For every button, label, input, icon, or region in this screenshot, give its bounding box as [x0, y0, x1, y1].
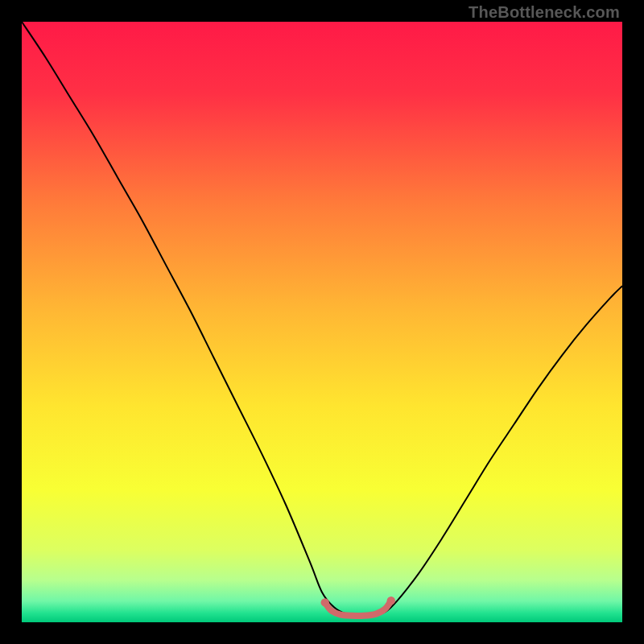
marker-dot: [321, 598, 329, 606]
watermark-text: TheBottleneck.com: [469, 3, 620, 22]
gradient-background: [22, 22, 622, 622]
chart-frame: TheBottleneck.com: [0, 0, 644, 644]
bottleneck-chart: [22, 22, 622, 622]
plot-area: [22, 22, 622, 622]
marker-dot: [387, 597, 395, 605]
